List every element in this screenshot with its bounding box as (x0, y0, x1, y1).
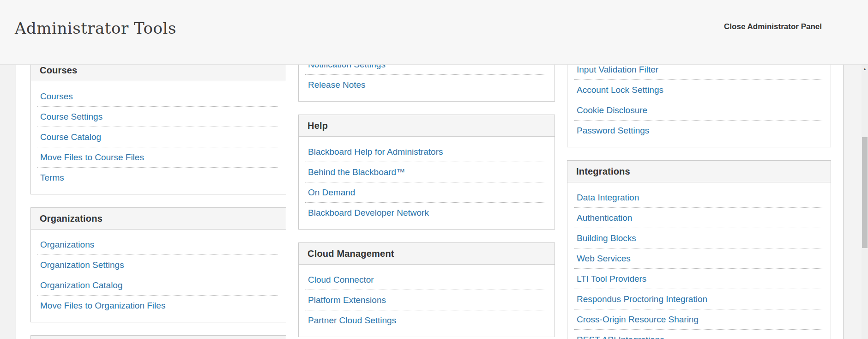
list-item: Move Files to Organization Files (37, 296, 277, 315)
column-right: Input Validation FilterAccount Lock Sett… (567, 65, 831, 339)
column-left: CoursesCoursesCourse SettingsCourse Cata… (30, 65, 286, 339)
section-header: Integrations (567, 161, 831, 182)
list-item: Notification Settings (305, 65, 546, 75)
admin-link[interactable]: On Demand (308, 188, 355, 198)
section-card: HelpBlackboard Help for AdministratorsBe… (298, 115, 555, 230)
section-link-list: OrganizationsOrganization SettingsOrgani… (31, 230, 286, 322)
admin-link[interactable]: Notification Settings (308, 65, 386, 70)
admin-link[interactable]: Courses (40, 91, 73, 102)
section-header: Organizations (31, 208, 286, 230)
list-item: Cookie Disclosure (574, 100, 822, 121)
admin-link[interactable]: Respondus Proctoring Integration (577, 294, 707, 304)
list-item: Behind the Blackboard™ (305, 162, 546, 182)
right-margin-strip: ▲ (843, 65, 868, 339)
list-item: Terms (37, 168, 277, 188)
content-area: CoursesCoursesCourse SettingsCourse Cata… (0, 65, 868, 339)
admin-link[interactable]: Organization Catalog (40, 280, 123, 291)
admin-link[interactable]: Building Blocks (577, 233, 636, 243)
section-title: Courses (40, 65, 77, 76)
admin-link[interactable]: Blackboard Developer Network (308, 208, 429, 218)
left-margin-strip (0, 65, 16, 339)
admin-link[interactable]: Organizations (40, 240, 94, 250)
list-item: Blackboard Help for Administrators (305, 142, 546, 162)
list-item: Release Notes (305, 75, 546, 95)
admin-link[interactable]: Terms (40, 173, 64, 183)
list-item: REST API Integrations (574, 330, 822, 339)
section-title: Help (307, 121, 328, 131)
list-item: Partner Cloud Settings (305, 310, 546, 330)
page-header: Administrator Tools Close Administrator … (0, 0, 868, 65)
list-item: Move Files to Course Files (37, 147, 277, 168)
list-item: Organization Catalog (37, 275, 277, 296)
admin-link[interactable]: Web Services (577, 254, 631, 264)
column-middle: Notification SettingsRelease NotesHelpBl… (298, 65, 555, 339)
list-item: Cross-Origin Resource Sharing (574, 309, 822, 330)
section-header (31, 336, 286, 339)
section-card: IntegrationsData IntegrationAuthenticati… (567, 160, 831, 339)
scrollbar-thumb[interactable] (862, 137, 868, 248)
admin-link[interactable]: LTI Tool Providers (577, 274, 646, 284)
admin-link[interactable]: Cookie Disclosure (577, 105, 647, 115)
section-title: Integrations (576, 166, 630, 177)
list-item: LTI Tool Providers (574, 269, 822, 289)
list-item: Course Catalog (37, 127, 277, 147)
scroll-up-icon[interactable]: ▲ (862, 65, 868, 73)
admin-link[interactable]: Cloud Connector (308, 275, 374, 285)
admin-link[interactable]: Blackboard Help for Administrators (308, 147, 443, 157)
admin-link[interactable]: Behind the Blackboard™ (308, 167, 405, 177)
section-link-list: Blackboard Help for AdministratorsBehind… (299, 137, 555, 229)
admin-link[interactable]: Organization Settings (40, 260, 124, 270)
section-card: Notification SettingsRelease Notes (298, 65, 555, 102)
admin-link[interactable]: Input Validation Filter (577, 65, 658, 75)
section-header: Cloud Management (299, 243, 555, 265)
list-item: Course Settings (37, 107, 277, 127)
admin-link[interactable]: Partner Cloud Settings (308, 315, 396, 326)
list-item: Account Lock Settings (574, 80, 822, 100)
scroll-clip-region: CoursesCoursesCourse SettingsCourse Cata… (16, 65, 843, 339)
section-link-list: Input Validation FilterAccount Lock Sett… (567, 65, 831, 147)
list-item: Organizations (37, 235, 277, 255)
list-item: Platform Extensions (305, 290, 546, 310)
admin-link[interactable]: Account Lock Settings (577, 85, 663, 95)
admin-link[interactable]: Authentication (577, 213, 632, 223)
list-item: Password Settings (574, 121, 822, 140)
section-header: Courses (31, 65, 286, 81)
admin-link[interactable]: Platform Extensions (308, 295, 386, 305)
admin-link[interactable]: Move Files to Course Files (40, 152, 144, 163)
close-admin-panel-button[interactable]: Close Administrator Panel (724, 22, 822, 31)
section-header: Help (299, 115, 555, 137)
section-card: OrganizationsOrganizationsOrganization S… (30, 207, 286, 322)
list-item: Organization Settings (37, 255, 277, 275)
section-title: Cloud Management (307, 248, 394, 259)
list-item: Respondus Proctoring Integration (574, 289, 822, 309)
admin-link[interactable]: Cross-Origin Resource Sharing (577, 315, 699, 325)
admin-link[interactable]: Release Notes (308, 80, 366, 90)
list-item: On Demand (305, 182, 546, 203)
list-item: Building Blocks (574, 228, 822, 248)
section-link-list: Cloud ConnectorPlatform ExtensionsPartne… (299, 265, 555, 337)
list-item: Input Validation Filter (574, 65, 822, 80)
section-card: CoursesCoursesCourse SettingsCourse Cata… (30, 65, 286, 194)
section-card: Cloud ManagementCloud ConnectorPlatform … (298, 242, 555, 337)
admin-link[interactable]: Move Files to Organization Files (40, 301, 165, 311)
section-link-list: Notification SettingsRelease Notes (299, 65, 555, 101)
section-title: Organizations (40, 213, 102, 224)
admin-link[interactable]: Course Settings (40, 112, 102, 122)
section-card (30, 335, 286, 339)
list-item: Courses (37, 86, 277, 107)
admin-link[interactable]: Data Integration (577, 193, 639, 203)
admin-link[interactable]: Course Catalog (40, 132, 101, 142)
list-item: Web Services (574, 248, 822, 269)
section-link-list: Data IntegrationAuthenticationBuilding B… (567, 182, 831, 339)
admin-link[interactable]: REST API Integrations (577, 335, 664, 339)
admin-tools-panel: CoursesCoursesCourse SettingsCourse Cata… (16, 65, 843, 339)
list-item: Authentication (574, 208, 822, 228)
vertical-scrollbar[interactable]: ▲ (862, 65, 868, 339)
page-title: Administrator Tools (15, 18, 176, 38)
list-item: Blackboard Developer Network (305, 203, 546, 223)
list-item: Data Integration (574, 188, 822, 208)
admin-link[interactable]: Password Settings (577, 126, 649, 136)
section-link-list: CoursesCourse SettingsCourse CatalogMove… (31, 81, 286, 194)
section-card: Input Validation FilterAccount Lock Sett… (567, 65, 831, 147)
list-item: Cloud Connector (305, 270, 546, 290)
